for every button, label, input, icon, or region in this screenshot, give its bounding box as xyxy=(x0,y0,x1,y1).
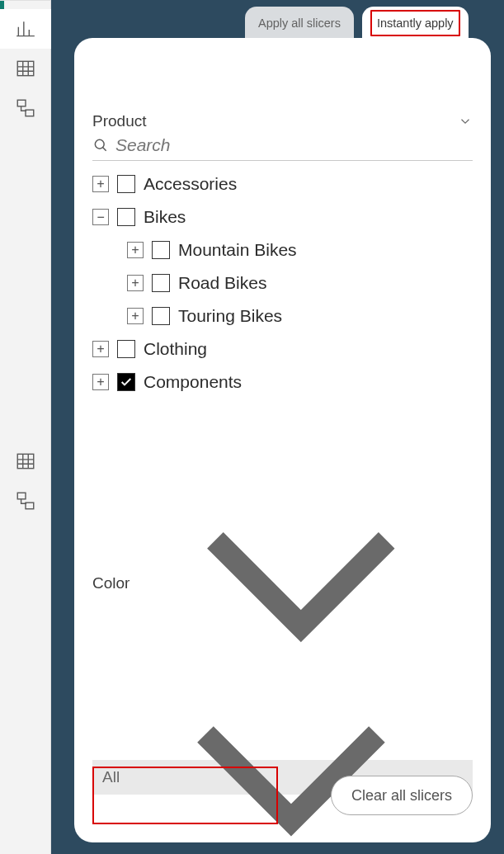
checkbox-checked[interactable] xyxy=(117,373,135,391)
table-grid-icon xyxy=(15,58,36,79)
tab-instantly-apply[interactable]: Instantly apply xyxy=(362,7,469,40)
checkbox[interactable] xyxy=(117,340,135,358)
tree-row-touring-bikes[interactable]: + Touring Bikes xyxy=(92,300,473,333)
tree-item-label: Components xyxy=(144,372,242,392)
tree-row-components[interactable]: + Components xyxy=(92,366,473,399)
checkbox[interactable] xyxy=(152,307,170,325)
search-icon xyxy=(92,137,109,153)
rail-table-view-2[interactable] xyxy=(0,441,51,481)
model-diagram-icon xyxy=(15,97,36,119)
tree-item-label: Road Bikes xyxy=(178,273,266,293)
svg-rect-1 xyxy=(17,100,26,106)
tree-row-road-bikes[interactable]: + Road Bikes xyxy=(92,267,473,300)
svg-rect-2 xyxy=(26,110,34,116)
panel-footer: Clear all slicers xyxy=(92,767,473,824)
tree-row-mountain-bikes[interactable]: + Mountain Bikes xyxy=(92,234,473,267)
highlight-box: Instantly apply xyxy=(370,10,460,36)
slicer-tabs: Apply all slicers Instantly apply xyxy=(245,0,469,40)
checkbox[interactable] xyxy=(152,274,170,292)
expand-icon[interactable]: + xyxy=(92,176,109,192)
checkbox[interactable] xyxy=(117,175,135,193)
expand-icon[interactable]: + xyxy=(92,341,109,357)
checkbox[interactable] xyxy=(117,208,135,226)
chevron-down-icon xyxy=(458,114,473,129)
rail-model-view-2[interactable] xyxy=(0,481,51,521)
rail-report-view[interactable] xyxy=(0,9,51,49)
svg-rect-5 xyxy=(26,502,34,509)
tab-label: Instantly apply xyxy=(377,17,454,30)
view-rail xyxy=(0,0,51,854)
slicer-panel: Product + Accessories − Bikes xyxy=(74,38,491,842)
clear-all-slicers-button[interactable]: Clear all slicers xyxy=(331,776,473,815)
tree-item-label: Touring Bikes xyxy=(178,306,282,326)
search-input[interactable] xyxy=(115,135,473,155)
expand-icon[interactable]: + xyxy=(127,242,144,258)
button-label: Clear all slicers xyxy=(351,787,452,804)
svg-rect-0 xyxy=(17,61,34,75)
product-slicer-header[interactable]: Product xyxy=(92,112,473,130)
tree-item-label: Bikes xyxy=(144,207,186,227)
table-grid-icon xyxy=(15,451,36,472)
collapse-icon[interactable]: − xyxy=(92,209,109,225)
slicer-title: Product xyxy=(92,112,146,130)
expand-icon[interactable]: + xyxy=(92,374,109,390)
bar-chart-icon xyxy=(15,18,36,40)
tree-row-accessories[interactable]: + Accessories xyxy=(92,167,473,201)
highlight-box xyxy=(92,767,278,824)
svg-rect-3 xyxy=(17,454,34,468)
rail-model-view[interactable] xyxy=(0,88,51,128)
tab-label: Apply all slicers xyxy=(258,17,341,30)
product-tree: + Accessories − Bikes + Mountain Bikes + xyxy=(92,167,473,399)
tree-row-clothing[interactable]: + Clothing xyxy=(92,333,473,366)
tree-item-label: Accessories xyxy=(144,174,237,194)
model-diagram-icon xyxy=(15,490,36,512)
canvas-area: Apply all slicers Instantly apply Produc… xyxy=(51,0,504,854)
expand-icon[interactable]: + xyxy=(127,275,144,291)
tree-row-bikes[interactable]: − Bikes xyxy=(92,201,473,234)
tree-item-label: Mountain Bikes xyxy=(178,240,297,260)
color-slicer: Color All xyxy=(92,412,473,795)
rail-table-view[interactable] xyxy=(0,49,51,88)
expand-icon[interactable]: + xyxy=(127,308,144,324)
checkbox[interactable] xyxy=(152,241,170,259)
slicer-title: Color xyxy=(92,574,130,592)
svg-rect-4 xyxy=(17,493,26,499)
product-search[interactable] xyxy=(92,134,473,161)
tree-item-label: Clothing xyxy=(144,339,207,359)
tab-apply-all-slicers[interactable]: Apply all slicers xyxy=(245,7,354,40)
